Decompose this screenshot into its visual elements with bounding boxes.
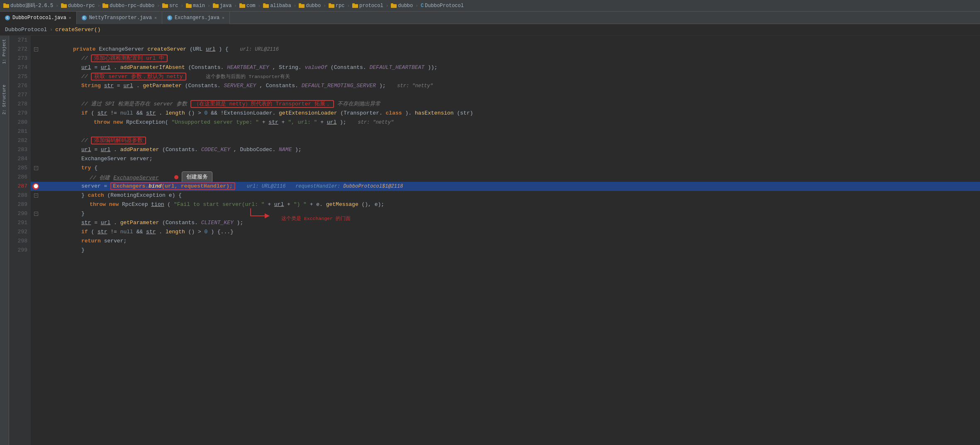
fold-285[interactable]: − <box>34 166 38 170</box>
field-name: NAME <box>279 147 292 153</box>
kw-catch: catch <box>88 192 104 198</box>
method-valueof: valueOf <box>305 64 327 71</box>
line-298: 298 <box>9 237 27 246</box>
string-url: ", url: " <box>288 119 317 125</box>
line-278: 278 <box>9 100 27 109</box>
gutter-290: − <box>32 212 40 216</box>
line-276: 276 <box>9 81 27 90</box>
kw-new-280: new <box>113 119 123 125</box>
line-275: 275 <box>9 72 27 81</box>
kw-class: class <box>386 110 402 116</box>
tab-icon-2: C <box>82 15 87 20</box>
debug-str-276: str: "netty" <box>397 83 433 89</box>
fold-272[interactable]: − <box>34 47 38 51</box>
svg-rect-13 <box>239 3 242 5</box>
string-paren: ") " <box>294 201 307 208</box>
folder-icon-11: protocol <box>352 3 383 9</box>
tab-close-2[interactable]: ✕ <box>154 15 157 20</box>
sidebar-structure[interactable]: 2: Structure <box>1 83 7 116</box>
gutter-272: − <box>32 47 40 51</box>
tab-close-3[interactable]: ✕ <box>222 15 224 20</box>
line-282: 282 <box>9 136 27 145</box>
debug-handler-287: requestHandler: <box>295 183 343 189</box>
code-line-290: − } <box>31 209 980 218</box>
tab-nettytransporter[interactable]: C NettyTransporter.java ✕ <box>77 12 162 24</box>
kw-throw-280: throw <box>94 119 110 125</box>
folder-icon-7: com <box>239 3 256 9</box>
tab-icon-3: C <box>167 15 172 20</box>
gutter-287: ⬤ <box>32 183 40 190</box>
code-line-298: return server; <box>31 237 980 246</box>
comment-273: // <box>81 55 91 61</box>
tab-exchangers[interactable]: C Exchangers.java ✕ <box>162 12 230 24</box>
svg-rect-23 <box>391 3 393 5</box>
svg-rect-8 <box>186 4 192 8</box>
method-getparam: getParameter <box>143 83 182 89</box>
nav-class[interactable]: DubboProtocol <box>5 27 47 33</box>
annotation-codec: 添加编码解码器参数 <box>91 137 146 144</box>
kw-if-292: if <box>81 229 88 235</box>
debug-url-287: url: URL@2116 <box>247 183 286 189</box>
folder-icon-2: dubbo-rpc <box>61 3 95 9</box>
field-server-key: SERVER_KEY <box>224 83 256 89</box>
folder-icon-12: dubbo <box>391 3 413 9</box>
svg-rect-1 <box>3 3 6 5</box>
method-createServer: createServer <box>147 46 186 52</box>
svg-rect-14 <box>263 4 269 8</box>
line-274: 274 <box>9 63 27 72</box>
kw-private: private <box>73 46 96 52</box>
kw-if-279: if <box>81 110 88 116</box>
code-line-277 <box>31 90 980 100</box>
line-299: 299 <box>9 246 27 255</box>
class-icon: C DubboProtocol <box>421 3 464 9</box>
folder-icon-3: dubbo-rpc-dubbo <box>102 3 154 9</box>
comment-278b: 不存在则抛出异常 <box>337 101 380 107</box>
code-area[interactable]: − private ExchangeServer createServer (U… <box>31 36 980 445</box>
code-lines: − private ExchangeServer createServer (U… <box>31 36 980 255</box>
line-284: 284 <box>9 154 27 164</box>
sidebar-project[interactable]: 1: Project <box>1 37 7 66</box>
annotation-transporter: 这个参数与后面的 Transporter有关 <box>206 74 290 79</box>
folder-icon-10: rpc <box>329 3 345 9</box>
method-getmessage: getMessage <box>326 201 358 208</box>
nav-method[interactable]: createServer() <box>55 27 100 33</box>
string-unsupported: "Unsupported server type: " <box>171 119 259 125</box>
breakpoint-287[interactable]: ⬤ <box>32 183 39 190</box>
code-line-274: url = url . addParameterIfAbsent (Consta… <box>31 63 980 72</box>
svg-rect-6 <box>162 4 168 8</box>
code-line-291: str = url . getParameter (Constants. CLI… <box>31 218 980 227</box>
tab-close-1[interactable]: ✕ <box>69 15 71 20</box>
code-line-275: // 获取 server 参数，默认为 netty 这个参数与后面的 Trans… <box>31 72 980 81</box>
red-dot-286 <box>174 175 178 179</box>
kw-throw-289: throw <box>90 201 106 208</box>
field-default-heartbeat: DEFAULT_HEARTBEAT <box>369 64 424 71</box>
line-280: 280 <box>9 118 27 127</box>
code-line-281 <box>31 127 980 136</box>
svg-rect-17 <box>299 3 301 5</box>
code-line-286: // 创建 ExchangeServer 创建服务 <box>31 173 980 182</box>
svg-rect-21 <box>352 3 355 5</box>
line-290: 290 <box>9 209 27 218</box>
line-271: 271 <box>9 36 27 45</box>
line-289: 289 <box>9 200 27 209</box>
line-281: 281 <box>9 127 27 136</box>
method-hasExtension: hasExtension <box>415 110 454 116</box>
debug-handler-val-287: DubboProtocol$1@2118 <box>343 183 403 189</box>
code-line-287: ⬤ server = Exchangers.bind(url, requestH… <box>31 182 980 191</box>
tab-dubboprotocol[interactable]: C DubboProtocol.java ✕ <box>0 12 77 24</box>
code-line-271 <box>31 36 980 45</box>
tab-label-2: NettyTransporter.java <box>89 15 152 21</box>
tab-label-3: Exchangers.java <box>175 15 219 21</box>
string-fail: "Fail to start server(url: " <box>174 201 264 208</box>
fold-288[interactable]: − <box>34 193 38 198</box>
comment-286: // 创建 ExchangeServer <box>90 175 158 181</box>
fold-290[interactable]: − <box>34 212 38 216</box>
svg-rect-20 <box>352 4 358 8</box>
svg-rect-15 <box>263 3 266 5</box>
method-getparam-291: getParameter <box>120 220 159 226</box>
code-line-284: ExchangeServer server; <box>31 154 980 164</box>
svg-rect-5 <box>102 3 105 5</box>
field-codec-key: CODEC_KEY <box>201 147 230 153</box>
code-line-282: // 添加编码解码器参数 <box>31 136 980 145</box>
debug-str-280: str: "netty" <box>358 120 393 125</box>
